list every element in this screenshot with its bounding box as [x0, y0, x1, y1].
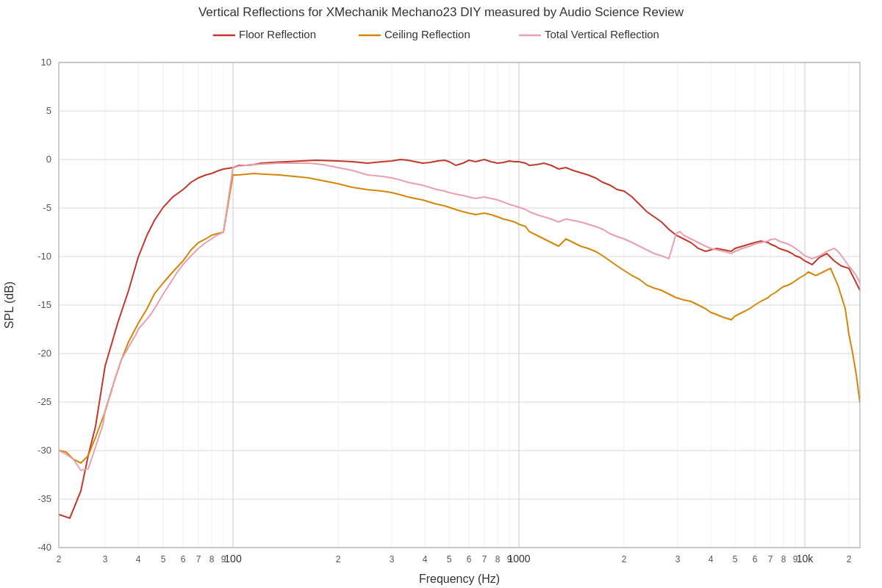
legend-total: Total Vertical Reflection	[545, 28, 659, 40]
chart-title: Vertical Reflections for XMechanik Mecha…	[198, 5, 684, 19]
svg-text:3: 3	[675, 554, 681, 564]
svg-text:3: 3	[390, 554, 395, 564]
svg-text:-25: -25	[37, 396, 51, 407]
svg-text:4: 4	[709, 554, 714, 564]
x-axis-label: Frequency (Hz)	[419, 573, 500, 585]
svg-text:2: 2	[57, 554, 62, 564]
svg-text:7: 7	[482, 554, 487, 564]
svg-text:100: 100	[224, 553, 242, 564]
svg-text:-20: -20	[37, 348, 51, 359]
svg-text:6: 6	[181, 554, 186, 564]
svg-text:7: 7	[196, 554, 201, 564]
legend-floor: Floor Reflection	[239, 28, 316, 40]
svg-text:5: 5	[161, 554, 166, 564]
svg-text:-10: -10	[37, 251, 51, 262]
svg-text:6: 6	[753, 554, 758, 564]
svg-text:4: 4	[136, 554, 141, 564]
svg-text:8: 8	[781, 554, 786, 564]
svg-text:7: 7	[768, 554, 773, 564]
svg-text:-30: -30	[37, 445, 51, 456]
svg-text:5: 5	[733, 554, 738, 564]
svg-text:-35: -35	[37, 493, 51, 504]
svg-text:-15: -15	[37, 299, 51, 310]
svg-text:6: 6	[467, 554, 472, 564]
svg-text:5: 5	[46, 105, 51, 116]
svg-text:4: 4	[423, 554, 428, 564]
y-axis-label: SPL (dB)	[3, 282, 15, 329]
svg-text:8: 8	[209, 554, 215, 564]
chart-container: Vertical Reflections for XMechanik Mecha…	[0, 0, 882, 588]
svg-text:-40: -40	[37, 542, 51, 553]
svg-text:2: 2	[847, 554, 852, 564]
svg-text:3: 3	[103, 554, 108, 564]
svg-text:-5: -5	[43, 202, 51, 213]
svg-text:0: 0	[46, 154, 51, 165]
svg-text:8: 8	[495, 554, 501, 564]
svg-text:5: 5	[447, 554, 452, 564]
svg-text:10k: 10k	[797, 553, 814, 564]
svg-text:1000: 1000	[507, 553, 530, 564]
svg-text:2: 2	[622, 554, 627, 564]
svg-text:2: 2	[336, 554, 341, 564]
svg-text:10: 10	[41, 57, 51, 68]
legend-ceiling: Ceiling Reflection	[384, 28, 470, 40]
